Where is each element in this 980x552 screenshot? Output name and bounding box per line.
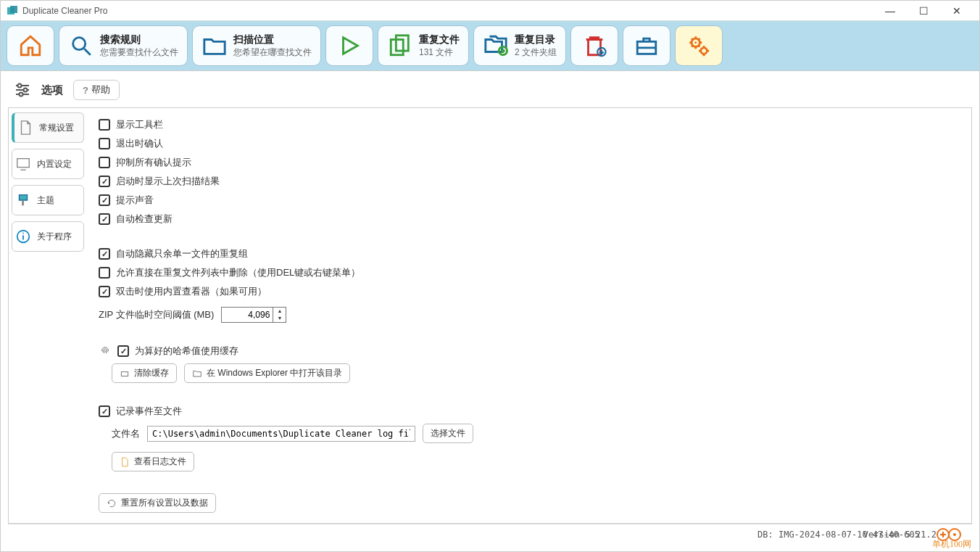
status-version: Version 5.21.2 [863, 530, 937, 540]
svg-point-11 [701, 48, 707, 54]
app-icon [7, 5, 18, 17]
play-icon [336, 33, 362, 59]
search-rules-title: 搜索规则 [100, 33, 178, 46]
info-icon [15, 228, 33, 245]
sidebar-item-theme[interactable]: 主题 [12, 185, 84, 215]
label-auto-hide-single: 自动隐藏只余单一文件的重复组 [116, 247, 248, 260]
reset-all-label: 重置所有设置以及数据 [121, 497, 208, 509]
cb-auto-hide-single[interactable] [99, 248, 110, 260]
clear-icon [120, 368, 130, 379]
sidebar-theme-label: 主题 [37, 194, 54, 207]
zip-threshold-field[interactable] [222, 310, 273, 320]
cb-log-events[interactable] [99, 405, 110, 417]
briefcase-icon [634, 33, 660, 59]
spin-down[interactable]: ▼ [273, 315, 286, 322]
folder-open-icon [192, 368, 202, 379]
dup-files-button[interactable]: 重复文件 131 文件 [378, 25, 469, 66]
label-auto-update: 自动检查更新 [116, 213, 173, 226]
clear-cache-label: 清除缓存 [134, 367, 169, 379]
svg-point-15 [24, 88, 28, 92]
spin-up[interactable]: ▲ [273, 308, 286, 315]
page-title: 选项 [41, 83, 63, 97]
view-log-button[interactable]: 查看日志文件 [112, 452, 194, 471]
help-button[interactable]: ? 帮助 [73, 80, 120, 100]
dup-folders-button[interactable]: 重复目录 2 文件夹组 [473, 25, 566, 66]
log-file-icon [120, 457, 130, 467]
sidebar-item-general[interactable]: 常规设置 [12, 112, 84, 143]
sliders-icon [14, 81, 31, 99]
svg-rect-18 [17, 159, 30, 168]
search-icon [68, 33, 94, 59]
svg-point-28 [953, 533, 956, 536]
label-show-toolbar: 显示工具栏 [116, 118, 163, 131]
zip-threshold-input[interactable]: ▲▼ [221, 307, 286, 323]
sidebar-about-label: 关于程序 [37, 231, 72, 243]
cb-alert-sound[interactable] [99, 194, 110, 206]
close-button[interactable]: ✕ [940, 5, 973, 17]
folder-icon [202, 33, 228, 59]
general-settings-panel: 显示工具栏 退出时确认 抑制所有确认提示 启动时显示上次扫描结果 提示声音 自动… [87, 108, 971, 523]
minimize-button[interactable]: — [873, 5, 907, 17]
label-hash-cache: 为算好的哈希值使用缓存 [135, 345, 238, 358]
delete-button[interactable] [570, 25, 618, 66]
play-button[interactable] [325, 25, 373, 66]
svg-line-3 [84, 49, 91, 55]
dup-folders-icon [483, 33, 509, 59]
cb-exit-confirm[interactable] [99, 138, 110, 149]
trash-icon [581, 33, 607, 59]
search-rules-button[interactable]: 搜索规则 您需要查找什么文件 [59, 25, 188, 66]
scan-location-button[interactable]: 扫描位置 您希望在哪查找文件 [192, 25, 321, 66]
label-allow-direct-delete: 允许直接在重复文件列表中删除（使用DEL键或右键菜单） [116, 266, 360, 279]
cb-suppress-confirm[interactable] [99, 157, 110, 168]
sidebar-item-builtin[interactable]: 内置设定 [12, 149, 84, 179]
zip-threshold-label: ZIP 文件临时空间阈值 (MB) [99, 308, 214, 321]
cb-hash-cache[interactable] [117, 345, 129, 357]
svg-point-17 [20, 93, 23, 96]
svg-rect-20 [22, 200, 24, 205]
fingerprint-icon [99, 345, 112, 358]
filename-label: 文件名 [112, 427, 140, 440]
svg-rect-5 [396, 36, 408, 51]
toolbox-button[interactable] [623, 25, 670, 66]
svg-rect-1 [10, 6, 17, 13]
titlebar: Duplicate Cleaner Pro — ☐ ✕ [1, 1, 979, 21]
reset-all-button[interactable]: 重置所有设置以及数据 [99, 493, 216, 513]
status-watermark: 单机100网 [932, 538, 971, 551]
gear-icon [686, 33, 712, 59]
open-explorer-button[interactable]: 在 Windows Explorer 中打开该目录 [184, 363, 350, 383]
document-icon [17, 119, 35, 136]
monitor-icon [15, 155, 33, 173]
svg-point-2 [73, 38, 86, 50]
settings-button[interactable] [675, 25, 723, 66]
choose-file-button[interactable]: 选择文件 [423, 424, 473, 443]
label-dblclick-viewer: 双击时使用内置查看器（如果可用） [116, 285, 267, 298]
dup-folders-title: 重复目录 [515, 33, 557, 46]
sidebar-general-label: 常规设置 [39, 122, 74, 134]
choose-file-label: 选择文件 [431, 427, 465, 440]
label-suppress-confirm: 抑制所有确认提示 [116, 156, 191, 169]
svg-point-23 [22, 233, 24, 234]
svg-point-13 [18, 84, 22, 88]
reset-icon [107, 498, 117, 508]
cb-auto-update[interactable] [99, 213, 110, 225]
sidebar-builtin-label: 内置设定 [37, 158, 72, 170]
svg-rect-24 [121, 371, 128, 376]
scan-location-sub: 您希望在哪查找文件 [233, 46, 312, 59]
cb-show-toolbar[interactable] [99, 119, 110, 131]
scan-location-title: 扫描位置 [233, 33, 312, 46]
cb-show-last-scan[interactable] [99, 176, 110, 187]
label-exit-confirm: 退出时确认 [116, 137, 163, 150]
maximize-button[interactable]: ☐ [907, 5, 940, 17]
svg-point-10 [694, 41, 697, 44]
clear-cache-button[interactable]: 清除缓存 [112, 363, 177, 383]
statusbar: DB: IMG-2024-08-07-10-47-40-605 Version … [8, 524, 972, 544]
help-icon: ? [83, 85, 88, 96]
cb-dblclick-viewer[interactable] [99, 286, 110, 297]
sidebar-item-about[interactable]: 关于程序 [12, 221, 84, 252]
label-show-last-scan: 启动时显示上次扫描结果 [116, 175, 220, 188]
cb-allow-direct-delete[interactable] [99, 267, 110, 279]
log-filename-input[interactable] [147, 426, 415, 442]
search-rules-sub: 您需要查找什么文件 [100, 46, 178, 59]
options-sidebar: 常规设置 内置设定 主题 关于程序 [9, 108, 87, 523]
home-button[interactable] [7, 25, 54, 66]
